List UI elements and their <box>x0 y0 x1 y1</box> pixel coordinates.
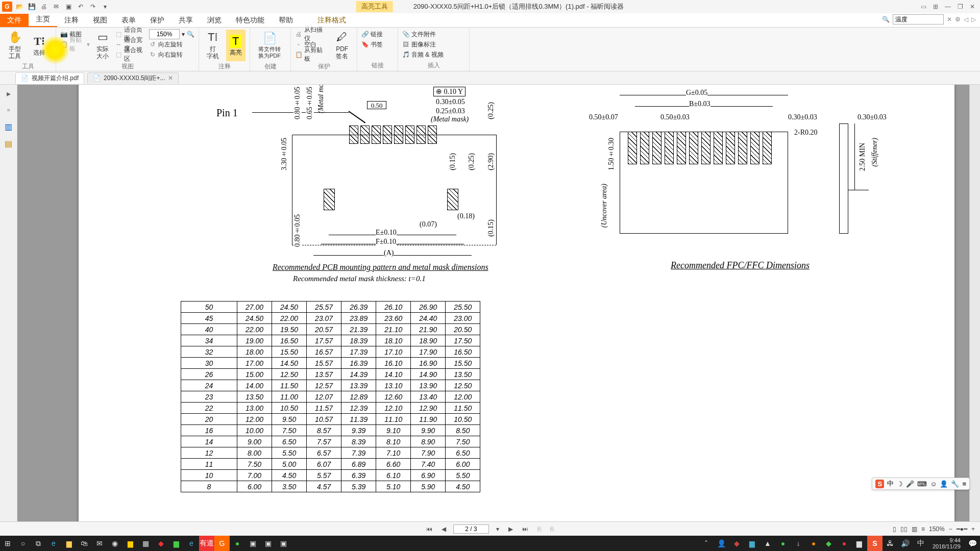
from-scanner-button[interactable]: 🖨从扫描仪 <box>295 30 328 39</box>
tab-protect[interactable]: 保护 <box>143 14 172 27</box>
save-icon[interactable]: 💾 <box>27 2 37 12</box>
zoom-out-icon[interactable]: − <box>949 525 952 533</box>
page-dropdown-icon[interactable]: ▾ <box>494 525 501 533</box>
app-c-icon[interactable]: 有道 <box>199 536 214 551</box>
convert-button[interactable]: 📄将文件转 换为PDF <box>254 30 285 61</box>
cont-facing-icon[interactable]: ≡ <box>921 525 925 533</box>
zoom-input[interactable] <box>149 29 180 39</box>
zoom-in-icon[interactable]: + <box>971 525 975 533</box>
tab-comment-format[interactable]: 注释格式 <box>310 14 353 27</box>
tab-special[interactable]: 特色功能 <box>229 14 272 27</box>
tray-6-icon[interactable]: ● <box>806 536 821 551</box>
tab-home[interactable]: 主页 <box>29 13 57 27</box>
edge-icon[interactable]: e <box>46 536 61 551</box>
ribbon-min-icon[interactable]: ▭ <box>919 2 928 11</box>
store-icon[interactable]: 🛍 <box>77 536 92 551</box>
page-area[interactable]: Pin 1 0.50 ⊕ 0.10 Y 0.30±0.05 0.25±0.03 … <box>17 85 980 521</box>
email-icon[interactable]: ✉ <box>51 2 61 12</box>
notifications-icon[interactable]: 💬 <box>965 536 980 551</box>
app-a-icon[interactable]: ◆ <box>153 536 168 551</box>
explorer-icon[interactable]: ▆ <box>61 536 77 551</box>
calc-icon[interactable]: ▦ <box>138 536 153 551</box>
facing-icon[interactable]: ▥ <box>912 525 917 533</box>
app-grid-icon[interactable]: ⊞ <box>931 2 940 11</box>
app-b-icon[interactable]: ▆ <box>168 536 184 551</box>
ime-moon-icon[interactable]: ☽ <box>897 480 903 488</box>
tray-s-icon[interactable]: S <box>867 536 883 551</box>
actual-size-button[interactable]: ▭实际 大小 <box>93 30 112 61</box>
page-input[interactable] <box>453 524 489 534</box>
first-page-icon[interactable]: ⏮ <box>424 525 434 533</box>
prev-result-icon[interactable]: ◁ <box>964 16 968 23</box>
foxit-task-icon[interactable]: G <box>214 536 230 551</box>
doc-tab-2[interactable]: 📄 2090-XXXX0.5间距+... ✕ <box>87 72 179 84</box>
bookmark-button[interactable]: 🔖书签 <box>361 40 383 49</box>
ime-s-icon[interactable]: S <box>875 480 884 488</box>
last-page-icon[interactable]: ⏭ <box>520 525 530 533</box>
app-logo-icon[interactable]: G <box>2 2 12 12</box>
tray-8-icon[interactable]: ● <box>837 536 852 551</box>
ime-face-icon[interactable]: ☺ <box>930 480 937 488</box>
tab-browse[interactable]: 浏览 <box>200 14 229 27</box>
minimize-icon[interactable]: — <box>943 2 952 11</box>
expand-icon[interactable]: ▸ <box>7 89 11 98</box>
print-icon[interactable]: 🖨 <box>39 2 49 12</box>
dropdown-icon[interactable]: ▾ <box>100 2 110 12</box>
fit-view-button[interactable]: ⬚适合视区 <box>115 50 146 59</box>
single-page-icon[interactable]: ▯ <box>893 525 896 533</box>
search-icon[interactable]: 🔍 <box>882 16 890 23</box>
search-input[interactable] <box>893 14 944 24</box>
wechat-icon[interactable]: ● <box>230 536 245 551</box>
maximize-icon[interactable]: ❐ <box>955 2 965 11</box>
page-copy-icon[interactable]: ⎘ <box>535 525 543 533</box>
tray-people-icon[interactable]: 👤 <box>714 536 729 551</box>
zoom-dropdown-icon[interactable]: ▾ <box>182 31 185 38</box>
ime-zh[interactable]: 中 <box>887 479 894 488</box>
close-tab-icon[interactable]: ✕ <box>168 74 173 82</box>
tray-1-icon[interactable]: ◆ <box>729 536 745 551</box>
page-nav-icon[interactable]: ▫ <box>7 106 10 115</box>
start-button[interactable]: ⊞ <box>0 536 15 551</box>
pdf-sign-button[interactable]: 🖊PDF 签名 <box>331 30 353 61</box>
rotate-left-button[interactable]: ↺向左旋转 <box>149 40 194 49</box>
zoom-fit-icon[interactable]: 🔍 <box>187 31 194 38</box>
next-result-icon[interactable]: ▷ <box>971 16 976 23</box>
tray-5-icon[interactable]: ↓ <box>791 536 806 551</box>
select-tool-button[interactable]: T⁝选择 <box>29 30 50 61</box>
ime-user-icon[interactable]: 👤 <box>940 480 948 488</box>
image-note-button[interactable]: 🖼图像标注 <box>402 40 444 49</box>
ie-icon[interactable]: e <box>184 536 199 551</box>
doc-tab-1[interactable]: 📄 视频开篇介绍.pdf <box>15 72 84 84</box>
file-attach-button[interactable]: 📎文件附件 <box>402 30 444 39</box>
tray-up-icon[interactable]: ˄ <box>699 536 714 551</box>
tab-share[interactable]: 共享 <box>172 14 200 27</box>
ime-toolbar[interactable]: S 中 ☽ 🎤 ⌨ ☺ 👤 🔧 ≡ <box>872 478 970 490</box>
chrome-icon[interactable]: ◉ <box>107 536 122 551</box>
notes-icon[interactable]: ▆ <box>122 536 138 551</box>
taskview-icon[interactable]: ⧉ <box>31 536 46 551</box>
layers-icon[interactable]: ▥ <box>5 122 12 132</box>
bookmark-nav-icon[interactable]: ▤ <box>5 139 12 148</box>
from-clip-button[interactable]: 📋从剪贴板 <box>295 50 328 59</box>
tray-7-icon[interactable]: ◆ <box>821 536 837 551</box>
tab-form[interactable]: 表单 <box>114 14 143 27</box>
clipboard-button[interactable]: 📋剪贴板 ▾ <box>60 40 90 49</box>
link-button[interactable]: 🔗链接 <box>361 30 383 39</box>
ime-tool-icon[interactable]: 🔧 <box>951 480 959 488</box>
prev-page-icon[interactable]: ◀ <box>439 525 448 533</box>
tab-view[interactable]: 视图 <box>86 14 114 27</box>
tray-ime-icon[interactable]: 中 <box>913 536 928 551</box>
redo-icon[interactable]: ↷ <box>88 2 98 12</box>
tab-comment[interactable]: 注释 <box>57 14 86 27</box>
page-copy2-icon[interactable]: ⎘ <box>548 525 556 533</box>
app-f-icon[interactable]: ▣ <box>276 536 291 551</box>
tray-9-icon[interactable]: ▆ <box>852 536 867 551</box>
ime-mic-icon[interactable]: 🎤 <box>906 480 914 488</box>
search-close-icon[interactable]: ✕ <box>947 16 952 23</box>
next-page-icon[interactable]: ▶ <box>506 525 515 533</box>
undo-icon[interactable]: ↶ <box>76 2 86 12</box>
tray-2-icon[interactable]: ▆ <box>745 536 760 551</box>
hand-tool-button[interactable]: ✋手型 工具 <box>4 30 26 61</box>
whatever-icon[interactable]: ▣ <box>63 2 74 12</box>
cortana-icon[interactable]: ○ <box>15 536 31 551</box>
